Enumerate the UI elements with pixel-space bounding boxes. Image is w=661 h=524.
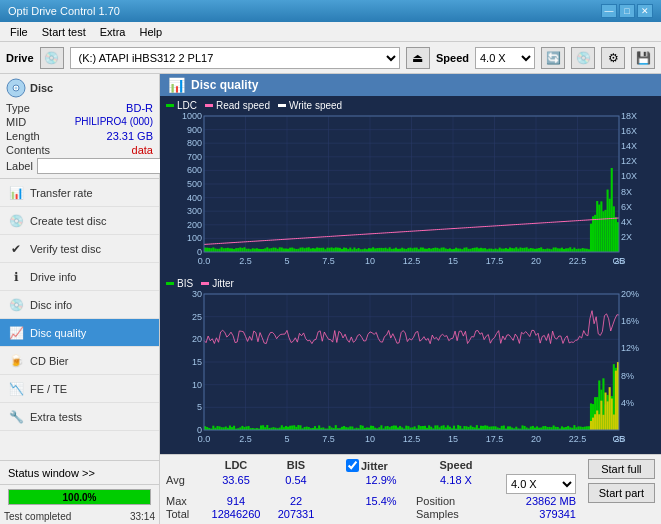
fe-te-label: FE / TE <box>30 383 67 395</box>
eject-button[interactable]: ⏏ <box>406 47 430 69</box>
disc-mid-row: MID PHILIPRO4 (000) <box>6 116 153 128</box>
contents-label: Contents <box>6 144 50 156</box>
verify-test-disc-label: Verify test disc <box>30 243 101 255</box>
jitter-checkbox[interactable] <box>346 459 359 472</box>
quality-title: Disc quality <box>191 78 258 92</box>
chart2-canvas <box>162 276 659 452</box>
menubar: File Start test Extra Help <box>0 22 661 42</box>
samples-label: Samples <box>416 508 496 520</box>
drive-toolbar: Drive 💿 (K:) ATAPI iHBS312 2 PL17 ⏏ Spee… <box>0 42 661 74</box>
quality-header-icon: 📊 <box>168 77 185 93</box>
disc-quality-label: Disc quality <box>30 327 86 339</box>
sidebar-item-extra-tests[interactable]: 🔧 Extra tests <box>0 403 159 431</box>
start-full-button[interactable]: Start full <box>588 459 655 479</box>
mid-label: MID <box>6 116 26 128</box>
fe-te-icon: 📉 <box>8 381 24 397</box>
content-area: 📊 Disc quality LDC Read speed <box>160 74 661 524</box>
sidebar-nav: 📊 Transfer rate 💿 Create test disc ✔ Ver… <box>0 179 159 460</box>
charts-container: LDC Read speed Write speed <box>160 96 661 454</box>
sidebar-item-disc-quality[interactable]: 📈 Disc quality <box>0 319 159 347</box>
menu-start-test[interactable]: Start test <box>36 24 92 40</box>
start-buttons: Start full Start part <box>588 459 655 503</box>
ldc-col-header: LDC <box>206 459 266 472</box>
speed-col-header: Speed <box>416 459 496 472</box>
stats-total-row: Total 12846260 207331 Samples 379341 <box>166 508 582 520</box>
read-speed-label: Read speed <box>216 100 270 111</box>
create-test-disc-label: Create test disc <box>30 215 106 227</box>
sidebar-item-create-test-disc[interactable]: 💿 Create test disc <box>0 207 159 235</box>
stats-row1: LDC BIS Jitter Speed Avg 33.65 <box>166 459 655 520</box>
menu-file[interactable]: File <box>4 24 34 40</box>
drive-label: Drive <box>6 52 34 64</box>
max-ldc: 914 <box>206 495 266 507</box>
sidebar-item-cd-bier[interactable]: 🍺 CD Bier <box>0 347 159 375</box>
disc-info-label: Disc info <box>30 299 72 311</box>
mid-value: PHILIPRO4 (000) <box>75 116 153 128</box>
total-ldc: 12846260 <box>206 508 266 520</box>
transfer-rate-icon: 📊 <box>8 185 24 201</box>
bis-color <box>166 282 174 285</box>
length-label: Length <box>6 130 40 142</box>
speed-label: Speed <box>436 52 469 64</box>
app-title: Opti Drive Control 1.70 <box>8 5 120 17</box>
bis-label: BIS <box>177 278 193 289</box>
speed-value: 4.18 X <box>416 474 496 494</box>
legend-bis: BIS <box>166 278 193 289</box>
stats-table: LDC BIS Jitter Speed Avg 33.65 <box>166 459 582 520</box>
drive-icon-btn[interactable]: 💿 <box>40 47 64 69</box>
jitter-col-header: Jitter <box>361 460 388 472</box>
sidebar-item-transfer-rate[interactable]: 📊 Transfer rate <box>0 179 159 207</box>
contents-value: data <box>132 144 153 156</box>
jitter-checkbox-container: Jitter <box>346 459 416 472</box>
main: Disc Type BD-R MID PHILIPRO4 (000) Lengt… <box>0 74 661 524</box>
jitter-label: Jitter <box>212 278 234 289</box>
drive-info-icon: ℹ <box>8 269 24 285</box>
label-input[interactable] <box>37 158 170 174</box>
stats-panel: LDC BIS Jitter Speed Avg 33.65 <box>160 454 661 524</box>
quality-header: 📊 Disc quality <box>160 74 661 96</box>
length-value: 23.31 GB <box>107 130 153 142</box>
sidebar-item-drive-info[interactable]: ℹ Drive info <box>0 263 159 291</box>
progress-container: 100.0% <box>0 485 159 509</box>
drive-select[interactable]: (K:) ATAPI iHBS312 2 PL17 <box>70 47 400 69</box>
drive-info-label: Drive info <box>30 271 76 283</box>
cd-bier-icon: 🍺 <box>8 353 24 369</box>
sidebar-item-verify-test-disc[interactable]: ✔ Verify test disc <box>0 235 159 263</box>
sidebar-item-disc-info[interactable]: 💿 Disc info <box>0 291 159 319</box>
save-button[interactable]: 💾 <box>631 47 655 69</box>
ldc-color <box>166 104 174 107</box>
avg-ldc: 33.65 <box>206 474 266 494</box>
position-value: 23862 MB <box>496 495 576 507</box>
disc-type-row: Type BD-R <box>6 102 153 114</box>
max-jitter: 15.4% <box>346 495 416 507</box>
type-value: BD-R <box>126 102 153 114</box>
refresh-button[interactable]: 🔄 <box>541 47 565 69</box>
speed-select-inline[interactable]: 4.0 X <box>506 474 576 494</box>
write-speed-color <box>278 104 286 107</box>
position-label: Position <box>416 495 496 507</box>
progress-text: 100.0% <box>9 490 150 504</box>
status-window-button[interactable]: Status window >> <box>0 461 159 485</box>
chart1-canvas <box>162 98 659 274</box>
minimize-button[interactable]: — <box>601 4 617 18</box>
disc-button[interactable]: 💿 <box>571 47 595 69</box>
stats-max-row: Max 914 22 15.4% Position 23862 MB <box>166 495 582 507</box>
maximize-button[interactable]: □ <box>619 4 635 18</box>
menu-extra[interactable]: Extra <box>94 24 132 40</box>
start-part-button[interactable]: Start part <box>588 483 655 503</box>
ldc-label: LDC <box>177 100 197 111</box>
transfer-rate-label: Transfer rate <box>30 187 93 199</box>
write-speed-label: Write speed <box>289 100 342 111</box>
settings-button[interactable]: ⚙ <box>601 47 625 69</box>
close-button[interactable]: ✕ <box>637 4 653 18</box>
avg-bis: 0.54 <box>266 474 326 494</box>
jitter-color <box>201 282 209 285</box>
menu-help[interactable]: Help <box>133 24 168 40</box>
samples-value: 379341 <box>496 508 576 520</box>
verify-test-disc-icon: ✔ <box>8 241 24 257</box>
speed-select[interactable]: 4.0 X <box>475 47 535 69</box>
sidebar-item-fe-te[interactable]: 📉 FE / TE <box>0 375 159 403</box>
legend-read-speed: Read speed <box>205 100 270 111</box>
disc-section-label: Disc <box>30 82 53 94</box>
extra-tests-icon: 🔧 <box>8 409 24 425</box>
